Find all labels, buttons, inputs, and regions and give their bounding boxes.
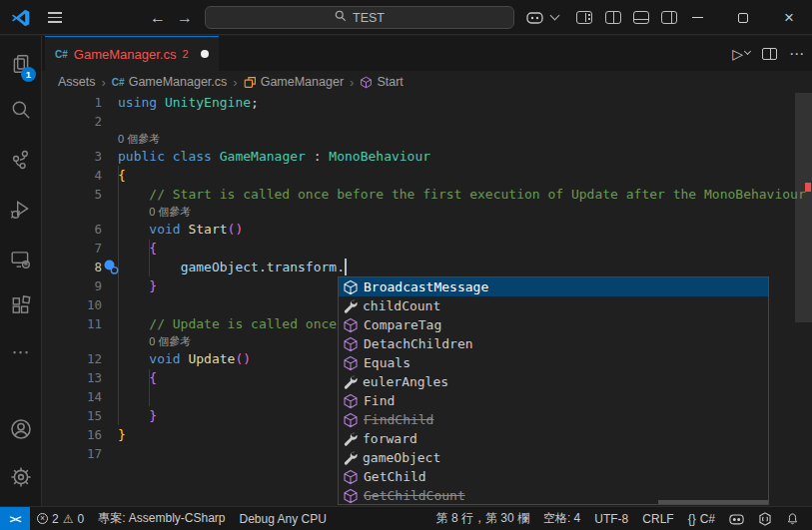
tab-gamemanager[interactable]: C# GameManager.cs 2 [45, 36, 219, 71]
copilot-icon[interactable] [521, 0, 547, 35]
code-token: { [149, 370, 157, 385]
customize-layout-icon[interactable] [569, 0, 599, 35]
additional-views-icon[interactable]: ⋯ [0, 330, 42, 374]
suggest-item-DetachChildren[interactable]: DetachChildren [339, 334, 768, 353]
eol-status[interactable]: CRLF [635, 507, 680, 530]
code-line-5[interactable]: 5 // Start is called once before the fir… [42, 185, 812, 204]
title-bar: ← → TEST × [0, 0, 812, 35]
code-line-2[interactable]: 2 [42, 112, 812, 131]
breadcrumb-separator: › [233, 75, 237, 90]
code-token: void [149, 222, 180, 237]
suggest-item-label: BroadcastMessage [364, 279, 488, 294]
code-token: () [235, 351, 251, 366]
editor-more-actions-icon[interactable]: ⋯ [789, 45, 804, 63]
accounts-icon[interactable] [0, 407, 42, 451]
source-control-icon[interactable] [0, 138, 42, 182]
suggest-item-GetChild[interactable]: GetChild [339, 467, 768, 486]
code-token [118, 278, 149, 293]
explorer-icon[interactable]: 1 [0, 42, 42, 86]
notifications-bell-icon[interactable] [779, 507, 806, 530]
breadcrumb-method[interactable]: Start [360, 75, 403, 89]
method-cube-icon [343, 412, 359, 428]
codelens-references[interactable]: 0 個參考 [42, 131, 812, 147]
search-view-icon[interactable] [0, 88, 42, 132]
suggest-item-gameObject[interactable]: gameObject [339, 448, 768, 467]
code-line-1[interactable]: 1using UnityEngine; [42, 93, 812, 112]
cursor-position-status[interactable]: 第 8 行，第 30 欄 [429, 507, 536, 530]
suggest-item-Equals[interactable]: Equals [339, 353, 768, 372]
method-symbol-icon [360, 76, 373, 89]
breadcrumb-file[interactable]: C#GameManager.cs [112, 75, 227, 89]
breadcrumb-folder[interactable]: Assets [58, 75, 96, 89]
csharp-devkit-icon[interactable] [751, 507, 779, 530]
line-number: 17 [42, 444, 102, 463]
code-line-8[interactable]: 8 gameObject.transform. [42, 258, 812, 276]
copilot-code-action-icon[interactable] [104, 260, 119, 277]
line-number: 15 [42, 406, 102, 425]
extensions-icon[interactable] [0, 283, 42, 327]
code-token: : [306, 149, 329, 164]
window-minimize-button[interactable] [674, 0, 720, 35]
breadcrumb: Assets › C#GameManager.cs › GameManager … [42, 71, 812, 93]
menu-icon[interactable] [40, 0, 70, 35]
line-number: 13 [42, 368, 102, 387]
code-token: UnityEngine [165, 95, 251, 110]
build-config-selector[interactable]: Debug Any CPU [233, 507, 334, 530]
code-token [118, 222, 149, 237]
split-editor-icon[interactable] [762, 48, 777, 60]
line-number: 11 [42, 314, 102, 333]
suggest-item-label: GetChildCount [364, 488, 465, 503]
go-forward-icon[interactable]: → [172, 0, 198, 35]
remote-indicator[interactable]: >< [0, 507, 30, 530]
suggest-item-label: Find [364, 393, 395, 408]
tab-dirty-dot[interactable] [201, 50, 209, 58]
suggest-item-BroadcastMessage[interactable]: BroadcastMessage [339, 277, 768, 296]
method-cube-icon [343, 393, 359, 409]
line-number: 3 [42, 147, 102, 166]
encoding-status[interactable]: UTF-8 [587, 507, 635, 530]
split-editor-layout-icon[interactable] [599, 0, 627, 35]
suggest-item-childCount[interactable]: childCount [339, 296, 768, 315]
breadcrumb-class[interactable]: GameManager [244, 75, 344, 89]
csharp-file-icon: C# [55, 49, 68, 60]
code-token: . [337, 260, 345, 274]
suggest-item-Find[interactable]: Find [339, 391, 768, 410]
code-token: class [173, 149, 212, 164]
run-button[interactable]: ▷ [732, 46, 750, 62]
remote-explorer-icon[interactable] [0, 238, 42, 281]
suggest-item-forward[interactable]: forward [339, 429, 768, 448]
suggest-item-CompareTag[interactable]: CompareTag [339, 315, 768, 334]
language-mode-status[interactable]: {} C# [681, 507, 722, 530]
code-token: } [149, 408, 157, 423]
editor-scrollbar[interactable] [795, 93, 812, 322]
csharp-file-icon: C# [112, 77, 125, 88]
settings-gear-icon[interactable] [0, 455, 42, 499]
problems-status[interactable]: × 2 ⚠ 0 [30, 507, 91, 530]
suggest-item-eulerAngles[interactable]: eulerAngles [339, 372, 768, 391]
code-line-4[interactable]: 4{ [42, 166, 812, 185]
run-and-debug-icon[interactable] [0, 188, 42, 232]
method-cube-icon [343, 469, 359, 485]
project-selector[interactable]: 專案: Assembly-CSharp [91, 507, 232, 530]
copilot-status-icon[interactable] [722, 507, 751, 530]
code-token: { [149, 241, 157, 256]
line-number: 16 [42, 425, 102, 444]
copilot-menu-chevron-icon[interactable] [547, 0, 561, 35]
suggest-scrollbar[interactable] [658, 500, 768, 504]
code-line-3[interactable]: 3public class GameManager : MonoBehaviou… [42, 147, 812, 166]
window-close-button[interactable]: × [766, 0, 812, 35]
codelens-references[interactable]: 0 個參考 [42, 204, 812, 220]
window-maximize-button[interactable] [720, 0, 766, 35]
toggle-panel-icon[interactable] [627, 0, 655, 35]
code-line-7[interactable]: 7 { [42, 239, 812, 258]
property-wrench-icon [343, 431, 358, 446]
code-token: gameObject [181, 260, 259, 274]
command-center-search[interactable]: TEST [205, 6, 514, 29]
go-back-icon[interactable]: ← [145, 0, 171, 35]
code-token: transform [267, 260, 337, 274]
code-line-6[interactable]: 6 void Start() [42, 220, 812, 239]
code-token: ; [251, 95, 259, 110]
indentation-status[interactable]: 空格: 4 [536, 507, 587, 530]
suggest-item-FindChild[interactable]: FindChild [339, 410, 768, 429]
code-token: public [118, 149, 165, 164]
